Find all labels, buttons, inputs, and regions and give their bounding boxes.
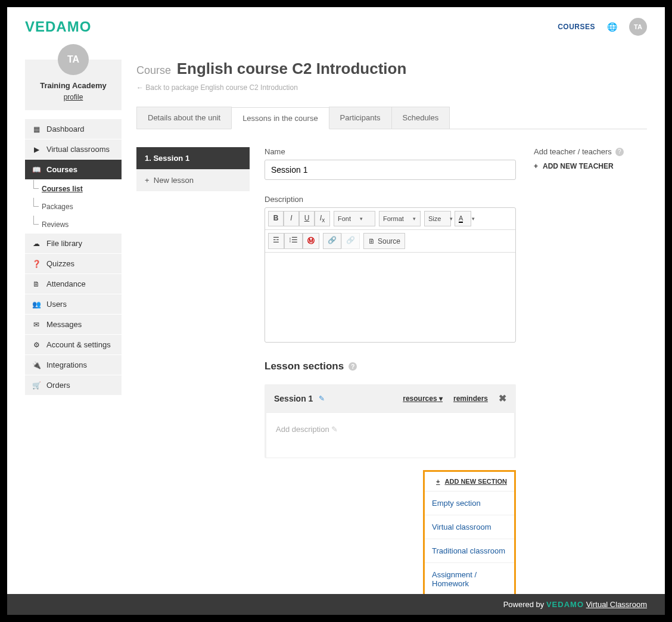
chevron-down-icon: ▾ xyxy=(439,394,443,403)
footer: Powered by VEDAMO Virtual Classroom xyxy=(7,594,665,615)
profile-block: TA Training Academy profile xyxy=(25,60,122,110)
sidebar: TA Training Academy profile ▦Dashboard ▶… xyxy=(25,60,122,622)
link-button[interactable]: 🔗 xyxy=(323,233,341,249)
users-icon: 👥 xyxy=(32,300,41,309)
subnav-reviews[interactable]: Reviews xyxy=(25,216,122,234)
reminders-link[interactable]: reminders xyxy=(453,394,488,403)
plus-icon: + xyxy=(145,176,154,185)
tab-schedules[interactable]: Schedules xyxy=(391,107,450,129)
source-button[interactable]: 🗎Source xyxy=(363,233,405,249)
gear-icon: ⚙ xyxy=(32,341,41,349)
cloud-icon: ☁ xyxy=(32,240,41,248)
dropdown-assignment-homework[interactable]: Assignment / Homework xyxy=(425,563,514,595)
font-select[interactable]: Font xyxy=(334,211,375,226)
footer-logo: VEDAMO xyxy=(546,600,584,609)
tabs: Details about the unit Lessons in the co… xyxy=(136,107,647,129)
subnav-packages[interactable]: Packages xyxy=(25,198,122,216)
text-color-button[interactable]: A xyxy=(455,211,471,226)
pencil-icon[interactable]: ✎ xyxy=(319,394,325,403)
clear-format-button[interactable]: Ix xyxy=(315,211,330,226)
course-label: Course xyxy=(136,64,171,76)
format-select[interactable]: Format xyxy=(379,211,421,226)
size-select[interactable]: Size xyxy=(424,211,451,226)
plus-icon: + xyxy=(534,162,538,170)
nav-courses[interactable]: 📖Courses xyxy=(25,160,122,180)
list-icon: 🗎 xyxy=(32,280,41,288)
add-description[interactable]: Add description ✎ xyxy=(276,425,338,434)
plug-icon: 🔌 xyxy=(32,361,41,369)
nav-attendance[interactable]: 🗎Attendance xyxy=(25,274,122,294)
dropdown-virtual-classroom[interactable]: Virtual classroom xyxy=(425,515,514,539)
close-icon[interactable]: ✖ xyxy=(499,393,506,404)
ordered-list-button[interactable]: ☲ xyxy=(268,233,284,249)
media-button[interactable]: Ⓜ xyxy=(303,233,319,249)
courses-link[interactable]: COURSES xyxy=(558,23,595,31)
brand-logo: VEDAMO xyxy=(25,18,91,35)
course-title: English course C2 Introduction xyxy=(177,60,407,77)
help-icon[interactable]: ? xyxy=(615,148,624,156)
description-label: Description xyxy=(265,195,516,204)
rich-text-editor: B I U Ix Font Format Size A xyxy=(265,207,516,343)
subnav-courses-list[interactable]: Courses list xyxy=(25,180,122,198)
arrow-left-icon: ← xyxy=(136,83,145,92)
section-card: Session 1 ✎ resources ▾ reminders ✖ Add … xyxy=(265,384,516,458)
mail-icon: ✉ xyxy=(32,321,41,329)
question-icon: ❓ xyxy=(32,260,41,268)
back-link[interactable]: ← Back to package English course C2 Intr… xyxy=(136,83,298,92)
lesson-item-1[interactable]: 1. Session 1 xyxy=(136,147,250,169)
lesson-list: 1. Session 1 + New lesson xyxy=(136,147,250,622)
dashboard-icon: ▦ xyxy=(32,125,41,133)
nav-messages[interactable]: ✉Messages xyxy=(25,315,122,335)
nav-integrations[interactable]: 🔌Integrations xyxy=(25,355,122,375)
profile-name: Training Academy xyxy=(31,81,116,90)
add-new-teacher-button[interactable]: + ADD NEW TEACHER xyxy=(534,162,647,170)
unordered-list-button[interactable]: ⁝☰ xyxy=(284,233,303,249)
lesson-sections-heading: Lesson sections ? xyxy=(265,360,516,372)
globe-icon[interactable]: 🌐 xyxy=(607,22,617,32)
resources-link[interactable]: resources ▾ xyxy=(403,394,443,403)
page-title: Course English course C2 Introduction xyxy=(136,60,647,78)
tab-lessons[interactable]: Lessons in the course xyxy=(231,107,329,129)
nav-quizzes[interactable]: ❓Quizzes xyxy=(25,254,122,274)
section-type-dropdown: Empty section Virtual classroom Traditio… xyxy=(425,491,514,595)
new-lesson-button[interactable]: + New lesson xyxy=(136,169,250,191)
play-icon: ▶ xyxy=(32,145,41,154)
italic-button[interactable]: I xyxy=(284,211,299,226)
cart-icon: 🛒 xyxy=(32,381,41,390)
bold-button[interactable]: B xyxy=(268,211,284,226)
profile-avatar[interactable]: TA xyxy=(58,44,89,75)
section-title: Session 1 xyxy=(274,394,313,403)
add-section-highlight: + ADD NEW SECTION Empty section Virtual … xyxy=(423,470,516,597)
add-teacher-label: Add teacher / teachers ? xyxy=(534,147,647,156)
avatar[interactable]: TA xyxy=(629,18,647,36)
nav-account-settings[interactable]: ⚙Account & settings xyxy=(25,335,122,355)
add-new-section-button[interactable]: + ADD NEW SECTION xyxy=(425,472,514,491)
nav-orders[interactable]: 🛒Orders xyxy=(25,375,122,396)
nav-users[interactable]: 👥Users xyxy=(25,294,122,315)
nav-virtual-classrooms[interactable]: ▶Virtual classrooms xyxy=(25,139,122,160)
profile-link[interactable]: profile xyxy=(64,93,83,101)
book-icon: 📖 xyxy=(32,166,41,174)
nav-dashboard[interactable]: ▦Dashboard xyxy=(25,119,122,139)
pencil-icon: ✎ xyxy=(331,425,338,434)
editor-body[interactable] xyxy=(265,253,515,342)
plus-icon: + xyxy=(436,478,440,485)
name-input[interactable] xyxy=(265,160,516,180)
source-icon: 🗎 xyxy=(368,237,375,245)
footer-link[interactable]: Virtual Classroom xyxy=(586,600,647,609)
dropdown-empty-section[interactable]: Empty section xyxy=(425,492,514,515)
topbar: VEDAMO COURSES 🌐 TA xyxy=(7,7,665,42)
tab-participants[interactable]: Participants xyxy=(329,107,392,129)
tab-details[interactable]: Details about the unit xyxy=(136,107,232,129)
help-icon[interactable]: ? xyxy=(349,362,357,371)
unlink-button[interactable]: 🔗 xyxy=(341,233,360,249)
name-label: Name xyxy=(265,147,516,156)
content: Course English course C2 Introduction ← … xyxy=(136,60,647,622)
underline-button[interactable]: U xyxy=(299,211,315,226)
nav-file-library[interactable]: ☁File library xyxy=(25,234,122,254)
dropdown-traditional-classroom[interactable]: Traditional classroom xyxy=(425,539,514,563)
